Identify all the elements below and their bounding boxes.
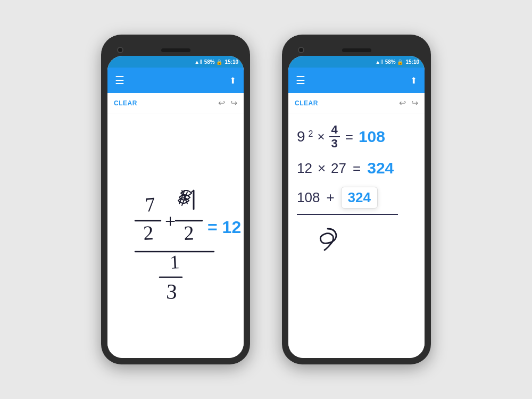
handwriting-svg: 7 2 + xyxy=(107,113,244,358)
time-left: 15:10 xyxy=(225,59,238,65)
menu-icon-left[interactable]: ☰ xyxy=(115,74,124,87)
result-line-1: 9 2 × 4 3 = 108 xyxy=(297,124,416,149)
clear-button-left[interactable]: CLEAR xyxy=(114,99,137,107)
battery-text-right: 58% 🔒 xyxy=(385,59,404,65)
result-108: 108 xyxy=(359,128,385,146)
phone-screen-left: ▲ll 58% 🔒 15:10 ☰ ⬆ CLEAR ↩ ↪ 7 xyxy=(107,56,244,358)
result-324: 324 xyxy=(367,159,394,177)
svg-text:1: 1 xyxy=(169,251,180,273)
canvas-right: 9 2 × 4 3 = 108 12 × 27 = 324 xyxy=(288,113,425,358)
undo-icon-left[interactable]: ↩ xyxy=(218,98,225,108)
redo-icon-left[interactable]: ↪ xyxy=(230,98,237,108)
equals-2: = xyxy=(353,160,361,177)
equals-1: = xyxy=(345,129,353,145)
result-line-3: 108 + 324 xyxy=(297,187,416,215)
signal-icon-right: ▲ll xyxy=(375,59,383,65)
app-bar-right: ☰ ⬆ xyxy=(288,68,425,93)
redo-icon-right[interactable]: ↪ xyxy=(411,98,418,108)
status-bar-left: ▲ll 58% 🔒 15:10 xyxy=(107,56,244,68)
speaker xyxy=(161,48,190,52)
app-bar-left: ☰ ⬆ xyxy=(107,68,244,93)
num-27: 27 xyxy=(331,160,346,177)
base-9: 9 xyxy=(297,128,305,145)
result-line-4 xyxy=(297,225,416,256)
svg-text:3: 3 xyxy=(166,279,178,304)
phone-screen-right: ▲ll 58% 🔒 15:10 ☰ ⬆ CLEAR ↩ ↪ 9 2 × xyxy=(288,56,425,358)
front-camera xyxy=(117,47,123,53)
plus-sign: + xyxy=(326,189,334,206)
num-108: 108 xyxy=(297,189,320,206)
front-camera-right xyxy=(298,47,304,53)
phone-right: ▲ll 58% 🔒 15:10 ☰ ⬆ CLEAR ↩ ↪ 9 2 × xyxy=(282,35,431,364)
speaker-right xyxy=(342,48,371,52)
underline-bar xyxy=(297,214,398,215)
svg-text:+: + xyxy=(165,211,176,232)
svg-text:= 12: = 12 xyxy=(207,218,241,237)
battery-text-left: 58% 🔒 xyxy=(204,59,223,65)
fraction-4-3: 4 3 xyxy=(329,124,340,149)
svg-text:2: 2 xyxy=(184,221,194,244)
undo-redo-right: ↩ ↪ xyxy=(399,98,418,108)
toolbar-left: CLEAR ↩ ↪ xyxy=(107,93,244,113)
times-2: × xyxy=(318,160,326,177)
toolbar-right: CLEAR ↩ ↪ xyxy=(288,93,425,113)
clear-button-right[interactable]: CLEAR xyxy=(295,99,318,107)
time-right: 15:10 xyxy=(405,59,419,65)
result-line-2: 12 × 27 = 324 xyxy=(297,159,416,177)
undo-icon-right[interactable]: ↩ xyxy=(399,98,406,108)
undo-redo-left: ↩ ↪ xyxy=(218,98,237,108)
menu-icon-right[interactable]: ☰ xyxy=(296,74,305,87)
canvas-left[interactable]: 7 2 + xyxy=(107,113,244,358)
status-bar-right: ▲ll 58% 🔒 15:10 xyxy=(288,56,425,68)
num-12: 12 xyxy=(297,160,312,177)
times-1: × xyxy=(317,129,325,144)
computed-results: 9 2 × 4 3 = 108 12 × 27 = 324 xyxy=(288,113,425,267)
phone-left: ▲ll 58% 🔒 15:10 ☰ ⬆ CLEAR ↩ ↪ 7 xyxy=(101,35,250,364)
signal-icon: ▲ll xyxy=(194,59,202,65)
highlighted-324: 324 xyxy=(341,187,378,209)
share-icon-left[interactable]: ⬆ xyxy=(229,76,236,86)
svg-text:2: 2 xyxy=(143,221,154,244)
share-icon-right[interactable]: ⬆ xyxy=(410,76,417,86)
exp-2: 2 xyxy=(309,129,313,139)
handwritten-9-svg xyxy=(313,225,345,254)
svg-text:7: 7 xyxy=(144,193,156,215)
